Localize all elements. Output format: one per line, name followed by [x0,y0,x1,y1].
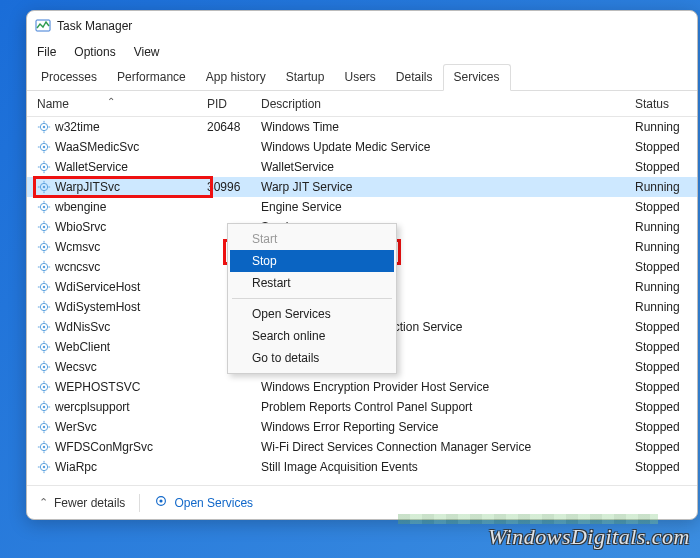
tab-services[interactable]: Services [443,64,511,91]
svg-point-80 [43,386,45,388]
service-description: Windows Update Medic Service [261,140,635,154]
svg-point-62 [43,326,45,328]
service-status: Stopped [635,260,697,274]
grid-header: Name ⌃ PID Description Status [27,91,697,117]
tab-users[interactable]: Users [334,65,385,90]
menu-file[interactable]: File [37,45,56,59]
fewer-details-button[interactable]: ⌃ Fewer details [39,496,125,510]
svg-point-56 [43,306,45,308]
context-menu: Start Stop Restart Open Services Search … [227,223,397,374]
svg-point-38 [43,246,45,248]
column-description[interactable]: Description [261,97,635,111]
service-status: Running [635,240,697,254]
svg-point-44 [43,266,45,268]
tab-app-history[interactable]: App history [196,65,276,90]
service-status: Stopped [635,200,697,214]
svg-point-14 [43,166,45,168]
tab-processes[interactable]: Processes [31,65,107,90]
menu-options[interactable]: Options [74,45,115,59]
menu-separator [232,298,392,299]
svg-point-20 [43,186,45,188]
service-name: wercplsupport [55,400,130,414]
service-description: Warp JIT Service [261,180,635,194]
menu-item-stop[interactable]: Stop [230,250,394,272]
svg-point-74 [43,366,45,368]
service-status: Running [635,120,697,134]
service-icon [37,340,51,354]
table-row[interactable]: WerSvcWindows Error Reporting ServiceSto… [27,417,697,437]
service-status: Running [635,220,697,234]
service-icon [37,140,51,154]
gear-icon [154,494,168,511]
column-pid[interactable]: PID [207,97,261,111]
svg-point-98 [43,446,45,448]
table-row[interactable]: WFDSConMgrSvcWi-Fi Direct Services Conne… [27,437,697,457]
service-status: Stopped [635,400,697,414]
table-row[interactable]: WiaRpcStill Image Acquisition EventsStop… [27,457,697,477]
service-description: Problem Reports Control Panel Support [261,400,635,414]
service-name: WbioSrvc [55,220,106,234]
window-title: Task Manager [57,19,132,33]
service-status: Stopped [635,160,697,174]
tabs: Processes Performance App history Startu… [27,63,697,91]
svg-point-26 [43,206,45,208]
menu-item-open-services[interactable]: Open Services [230,303,394,325]
tab-startup[interactable]: Startup [276,65,335,90]
svg-point-2 [43,126,45,128]
menu-item-go-to-details[interactable]: Go to details [230,347,394,369]
table-row[interactable]: wercplsupportProblem Reports Control Pan… [27,397,697,417]
svg-point-110 [160,499,163,502]
column-status[interactable]: Status [635,97,697,111]
menu-view[interactable]: View [134,45,160,59]
service-icon [37,380,51,394]
tab-details[interactable]: Details [386,65,443,90]
sort-ascending-icon: ⌃ [107,96,115,107]
table-row[interactable]: WarpJITSvc30996Warp JIT ServiceRunning [27,177,697,197]
table-row[interactable]: WaaSMedicSvcWindows Update Medic Service… [27,137,697,157]
svg-point-104 [43,466,45,468]
tab-performance[interactable]: Performance [107,65,196,90]
table-row[interactable]: WEPHOSTSVCWindows Encryption Provider Ho… [27,377,697,397]
titlebar[interactable]: Task Manager [27,11,697,41]
service-icon [37,320,51,334]
menu-item-search-online[interactable]: Search online [230,325,394,347]
service-status: Running [635,180,697,194]
service-icon [37,180,51,194]
service-name: wbengine [55,200,106,214]
service-description: Still Image Acquisition Events [261,460,635,474]
fewer-details-label: Fewer details [54,496,125,510]
footer: ⌃ Fewer details Open Services [27,485,697,519]
service-status: Stopped [635,380,697,394]
service-icon [37,240,51,254]
menu-item-restart[interactable]: Restart [230,272,394,294]
service-status: Stopped [635,460,697,474]
svg-point-68 [43,346,45,348]
column-name[interactable]: Name ⌃ [37,97,207,111]
open-services-link[interactable]: Open Services [154,494,253,511]
service-status: Stopped [635,360,697,374]
svg-point-32 [43,226,45,228]
service-name: WdiSystemHost [55,300,140,314]
service-icon [37,400,51,414]
service-description: Windows Encryption Provider Host Service [261,380,635,394]
task-manager-window: Task Manager File Options View Processes… [26,10,698,520]
open-services-label: Open Services [174,496,253,510]
service-icon [37,220,51,234]
service-status: Stopped [635,440,697,454]
service-icon [37,280,51,294]
service-name: WiaRpc [55,460,97,474]
service-name: WebClient [55,340,110,354]
service-name: WerSvc [55,420,97,434]
table-row[interactable]: wbengineEngine ServiceStopped [27,197,697,217]
service-name: WEPHOSTSVC [55,380,140,394]
service-name: WdNisSvc [55,320,110,334]
service-name: w32time [55,120,100,134]
service-icon [37,120,51,134]
menu-item-start: Start [230,228,394,250]
service-name: WaaSMedicSvc [55,140,139,154]
table-row[interactable]: WalletServiceWalletServiceStopped [27,157,697,177]
service-icon [37,200,51,214]
service-description: Engine Service [261,200,635,214]
table-row[interactable]: w32time20648Windows TimeRunning [27,117,697,137]
task-manager-icon [35,18,51,34]
